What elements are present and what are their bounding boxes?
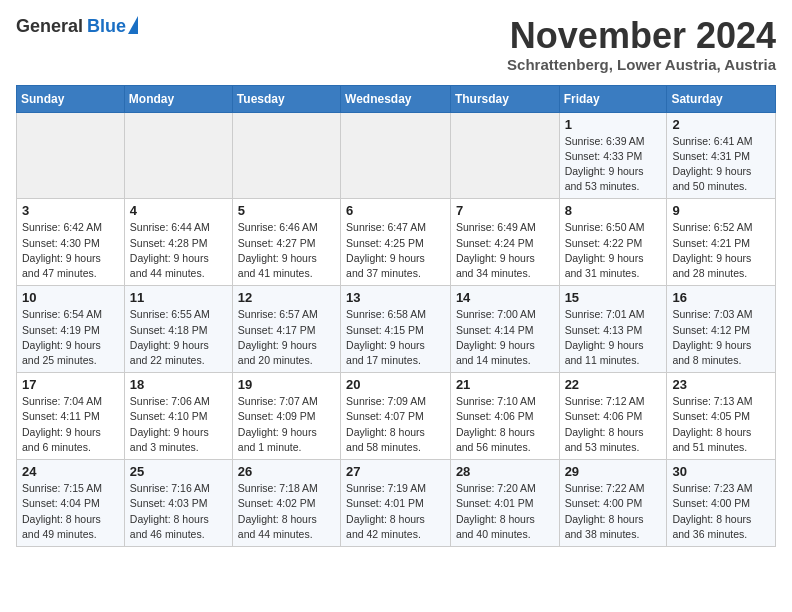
calendar-cell: 22Sunrise: 7:12 AM Sunset: 4:06 PM Dayli… (559, 373, 667, 460)
day-info: Sunrise: 7:06 AM Sunset: 4:10 PM Dayligh… (130, 394, 227, 455)
calendar-cell: 14Sunrise: 7:00 AM Sunset: 4:14 PM Dayli… (450, 286, 559, 373)
day-info: Sunrise: 6:50 AM Sunset: 4:22 PM Dayligh… (565, 220, 662, 281)
calendar-cell: 12Sunrise: 6:57 AM Sunset: 4:17 PM Dayli… (232, 286, 340, 373)
calendar-week-row: 1Sunrise: 6:39 AM Sunset: 4:33 PM Daylig… (17, 112, 776, 199)
day-info: Sunrise: 7:15 AM Sunset: 4:04 PM Dayligh… (22, 481, 119, 542)
calendar-cell (17, 112, 125, 199)
day-of-week-header: Monday (124, 85, 232, 112)
day-info: Sunrise: 6:42 AM Sunset: 4:30 PM Dayligh… (22, 220, 119, 281)
month-title: November 2024 (507, 16, 776, 56)
calendar-cell: 10Sunrise: 6:54 AM Sunset: 4:19 PM Dayli… (17, 286, 125, 373)
calendar-header: SundayMondayTuesdayWednesdayThursdayFrid… (17, 85, 776, 112)
day-number: 14 (456, 290, 554, 305)
calendar-cell: 27Sunrise: 7:19 AM Sunset: 4:01 PM Dayli… (341, 460, 451, 547)
calendar-cell: 25Sunrise: 7:16 AM Sunset: 4:03 PM Dayli… (124, 460, 232, 547)
day-number: 29 (565, 464, 662, 479)
day-info: Sunrise: 7:23 AM Sunset: 4:00 PM Dayligh… (672, 481, 770, 542)
day-number: 20 (346, 377, 445, 392)
day-info: Sunrise: 6:46 AM Sunset: 4:27 PM Dayligh… (238, 220, 335, 281)
day-number: 7 (456, 203, 554, 218)
day-number: 4 (130, 203, 227, 218)
day-number: 25 (130, 464, 227, 479)
calendar-cell (341, 112, 451, 199)
day-number: 11 (130, 290, 227, 305)
day-info: Sunrise: 6:49 AM Sunset: 4:24 PM Dayligh… (456, 220, 554, 281)
day-of-week-header: Sunday (17, 85, 125, 112)
calendar-week-row: 17Sunrise: 7:04 AM Sunset: 4:11 PM Dayli… (17, 373, 776, 460)
calendar-cell: 29Sunrise: 7:22 AM Sunset: 4:00 PM Dayli… (559, 460, 667, 547)
calendar-cell: 26Sunrise: 7:18 AM Sunset: 4:02 PM Dayli… (232, 460, 340, 547)
calendar-cell: 5Sunrise: 6:46 AM Sunset: 4:27 PM Daylig… (232, 199, 340, 286)
day-number: 1 (565, 117, 662, 132)
calendar-cell: 7Sunrise: 6:49 AM Sunset: 4:24 PM Daylig… (450, 199, 559, 286)
day-number: 26 (238, 464, 335, 479)
day-number: 12 (238, 290, 335, 305)
day-number: 2 (672, 117, 770, 132)
day-info: Sunrise: 7:03 AM Sunset: 4:12 PM Dayligh… (672, 307, 770, 368)
day-number: 24 (22, 464, 119, 479)
day-info: Sunrise: 6:57 AM Sunset: 4:17 PM Dayligh… (238, 307, 335, 368)
day-number: 23 (672, 377, 770, 392)
day-info: Sunrise: 7:01 AM Sunset: 4:13 PM Dayligh… (565, 307, 662, 368)
day-info: Sunrise: 7:19 AM Sunset: 4:01 PM Dayligh… (346, 481, 445, 542)
day-number: 15 (565, 290, 662, 305)
day-of-week-header: Saturday (667, 85, 776, 112)
day-number: 16 (672, 290, 770, 305)
calendar-body: 1Sunrise: 6:39 AM Sunset: 4:33 PM Daylig… (17, 112, 776, 546)
calendar-cell: 8Sunrise: 6:50 AM Sunset: 4:22 PM Daylig… (559, 199, 667, 286)
day-info: Sunrise: 6:47 AM Sunset: 4:25 PM Dayligh… (346, 220, 445, 281)
calendar-cell: 3Sunrise: 6:42 AM Sunset: 4:30 PM Daylig… (17, 199, 125, 286)
day-number: 5 (238, 203, 335, 218)
calendar-cell (124, 112, 232, 199)
calendar-cell: 18Sunrise: 7:06 AM Sunset: 4:10 PM Dayli… (124, 373, 232, 460)
day-info: Sunrise: 6:44 AM Sunset: 4:28 PM Dayligh… (130, 220, 227, 281)
day-of-week-header: Thursday (450, 85, 559, 112)
day-number: 18 (130, 377, 227, 392)
day-number: 13 (346, 290, 445, 305)
calendar-cell: 15Sunrise: 7:01 AM Sunset: 4:13 PM Dayli… (559, 286, 667, 373)
logo: General Blue (16, 16, 126, 37)
day-number: 21 (456, 377, 554, 392)
day-number: 8 (565, 203, 662, 218)
day-of-week-header: Tuesday (232, 85, 340, 112)
day-number: 22 (565, 377, 662, 392)
calendar-cell (232, 112, 340, 199)
day-info: Sunrise: 6:55 AM Sunset: 4:18 PM Dayligh… (130, 307, 227, 368)
day-info: Sunrise: 6:58 AM Sunset: 4:15 PM Dayligh… (346, 307, 445, 368)
day-of-week-header: Wednesday (341, 85, 451, 112)
day-info: Sunrise: 7:09 AM Sunset: 4:07 PM Dayligh… (346, 394, 445, 455)
calendar-cell: 17Sunrise: 7:04 AM Sunset: 4:11 PM Dayli… (17, 373, 125, 460)
calendar-cell: 21Sunrise: 7:10 AM Sunset: 4:06 PM Dayli… (450, 373, 559, 460)
calendar-cell: 20Sunrise: 7:09 AM Sunset: 4:07 PM Dayli… (341, 373, 451, 460)
calendar-cell: 9Sunrise: 6:52 AM Sunset: 4:21 PM Daylig… (667, 199, 776, 286)
day-info: Sunrise: 7:04 AM Sunset: 4:11 PM Dayligh… (22, 394, 119, 455)
day-info: Sunrise: 6:41 AM Sunset: 4:31 PM Dayligh… (672, 134, 770, 195)
day-info: Sunrise: 6:54 AM Sunset: 4:19 PM Dayligh… (22, 307, 119, 368)
day-info: Sunrise: 7:16 AM Sunset: 4:03 PM Dayligh… (130, 481, 227, 542)
calendar-cell: 19Sunrise: 7:07 AM Sunset: 4:09 PM Dayli… (232, 373, 340, 460)
calendar-cell: 30Sunrise: 7:23 AM Sunset: 4:00 PM Dayli… (667, 460, 776, 547)
logo-general-text: General (16, 16, 83, 37)
day-info: Sunrise: 7:13 AM Sunset: 4:05 PM Dayligh… (672, 394, 770, 455)
day-number: 10 (22, 290, 119, 305)
day-number: 27 (346, 464, 445, 479)
day-info: Sunrise: 7:22 AM Sunset: 4:00 PM Dayligh… (565, 481, 662, 542)
calendar-cell: 16Sunrise: 7:03 AM Sunset: 4:12 PM Dayli… (667, 286, 776, 373)
day-number: 19 (238, 377, 335, 392)
day-info: Sunrise: 6:52 AM Sunset: 4:21 PM Dayligh… (672, 220, 770, 281)
calendar-week-row: 3Sunrise: 6:42 AM Sunset: 4:30 PM Daylig… (17, 199, 776, 286)
day-number: 28 (456, 464, 554, 479)
page-header: General Blue November 2024 Schrattenberg… (16, 16, 776, 73)
calendar-cell: 23Sunrise: 7:13 AM Sunset: 4:05 PM Dayli… (667, 373, 776, 460)
calendar-cell: 2Sunrise: 6:41 AM Sunset: 4:31 PM Daylig… (667, 112, 776, 199)
day-number: 9 (672, 203, 770, 218)
title-block: November 2024 Schrattenberg, Lower Austr… (507, 16, 776, 73)
header-row: SundayMondayTuesdayWednesdayThursdayFrid… (17, 85, 776, 112)
day-info: Sunrise: 7:07 AM Sunset: 4:09 PM Dayligh… (238, 394, 335, 455)
day-number: 17 (22, 377, 119, 392)
day-info: Sunrise: 6:39 AM Sunset: 4:33 PM Dayligh… (565, 134, 662, 195)
day-of-week-header: Friday (559, 85, 667, 112)
day-number: 6 (346, 203, 445, 218)
calendar-table: SundayMondayTuesdayWednesdayThursdayFrid… (16, 85, 776, 547)
calendar-week-row: 24Sunrise: 7:15 AM Sunset: 4:04 PM Dayli… (17, 460, 776, 547)
